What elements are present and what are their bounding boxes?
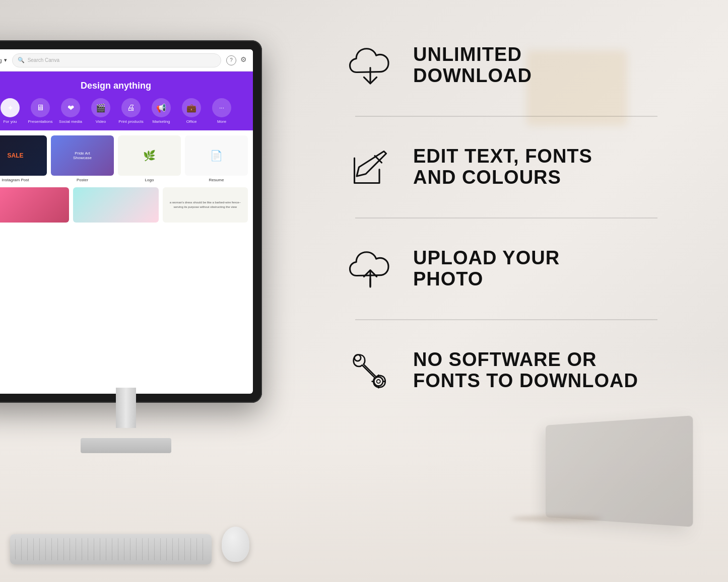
pricing-dropdown-icon: ▾ <box>4 57 7 63</box>
canva-hero: Design anything ✦ For you 🖥 Presentation… <box>0 71 253 130</box>
category-marketing[interactable]: 📢 Marketing <box>148 98 174 124</box>
resume-thumb <box>185 135 248 176</box>
category-office[interactable]: 💼 Office <box>178 98 205 124</box>
strip-pink[interactable] <box>0 187 69 223</box>
category-video[interactable]: 🎬 Video <box>88 98 114 124</box>
resume-label: Resume <box>185 178 248 182</box>
no-software-text: NO SOFTWARE OR FONTS TO DOWNLOAD <box>413 349 638 392</box>
divider-1 <box>355 116 657 117</box>
video-label: Video <box>96 119 106 124</box>
poster-thumb <box>51 135 114 176</box>
logo-label: Logo <box>118 178 181 182</box>
svg-point-10 <box>355 355 361 361</box>
canva-search-bar[interactable]: 🔍 Search Canva <box>12 53 221 67</box>
presentations-label: Presentations <box>28 119 53 124</box>
divider-3 <box>355 319 657 320</box>
print-products-icon: 🖨 <box>121 98 141 117</box>
quote-text: a woman's dress should be like a barbed-… <box>167 200 244 209</box>
category-more[interactable]: ··· More <box>209 98 235 124</box>
cloud-upload-icon <box>348 246 393 292</box>
keyboard <box>10 534 212 564</box>
edit-text-text: EDIT TEXT, FONTS AND COLOURS <box>413 146 592 188</box>
video-icon: 🎬 <box>91 98 110 117</box>
canva-header-icons: ? ⚙ <box>226 55 247 65</box>
search-placeholder: Search Canva <box>28 57 59 63</box>
svg-point-5 <box>377 380 380 383</box>
cloud-download-icon-wrap <box>345 40 395 91</box>
edit-pencil-icon-wrap <box>345 142 395 192</box>
features-panel: UNLIMITED DOWNLOAD EDIT TEXT, FONTS AND … <box>345 40 698 396</box>
social-media-label: Social media <box>59 119 82 124</box>
strip-flowers[interactable] <box>73 187 158 223</box>
social-media-icon: ❤ <box>61 98 80 117</box>
mouse <box>222 527 249 562</box>
template-grid: Instagram Post Poster Logo Resume <box>0 130 253 187</box>
laptop-shadow <box>511 516 602 522</box>
wrench-gear-icon-wrap <box>345 345 395 396</box>
print-products-label: Print products <box>118 119 143 124</box>
pricing-label: Pricing <box>0 57 2 63</box>
wrench-gear-icon <box>348 348 393 393</box>
help-icon[interactable]: ? <box>226 55 236 65</box>
feature-no-software: NO SOFTWARE OR FONTS TO DOWNLOAD <box>345 345 698 396</box>
template-logo[interactable]: Logo <box>118 135 181 182</box>
more-icon: ··· <box>212 98 231 117</box>
feature-edit-text: EDIT TEXT, FONTS AND COLOURS <box>345 142 698 192</box>
monitor-stand-base <box>81 438 171 453</box>
canva-header: Pricing ▾ 🔍 Search Canva ? ⚙ <box>0 49 253 71</box>
category-print-products[interactable]: 🖨 Print products <box>118 98 144 124</box>
logo-thumb <box>118 135 181 176</box>
monitor-stand-neck <box>116 388 136 428</box>
marketing-icon: 📢 <box>152 98 171 117</box>
category-bar: ✦ For you 🖥 Presentations ❤ Social media… <box>0 98 243 124</box>
unlimited-download-text: UNLIMITED DOWNLOAD <box>413 44 532 87</box>
for-you-icon: ✦ <box>1 98 20 117</box>
strip-text-quote[interactable]: a woman's dress should be like a barbed-… <box>163 187 248 223</box>
feature-upload-photo: UPLOAD YOUR PHOTO <box>345 244 698 294</box>
instagram-label: Instagram Post <box>0 178 47 182</box>
office-icon: 💼 <box>182 98 201 117</box>
settings-icon[interactable]: ⚙ <box>240 55 247 65</box>
svg-point-4 <box>374 377 383 386</box>
monitor: Pricing ▾ 🔍 Search Canva ? ⚙ Design anyt… <box>0 40 282 493</box>
office-label: Office <box>186 119 197 124</box>
upload-photo-text: UPLOAD YOUR PHOTO <box>413 248 560 290</box>
divider-2 <box>355 217 657 219</box>
template-instagram[interactable]: Instagram Post <box>0 135 47 182</box>
cloud-download-icon <box>348 43 393 88</box>
template-resume[interactable]: Resume <box>185 135 248 182</box>
category-social-media[interactable]: ❤ Social media <box>57 98 84 124</box>
bottom-strip: a woman's dress should be like a barbed-… <box>0 187 253 228</box>
monitor-frame: Pricing ▾ 🔍 Search Canva ? ⚙ Design anyt… <box>0 40 262 403</box>
instagram-thumb <box>0 135 47 176</box>
presentations-icon: 🖥 <box>31 98 50 117</box>
hero-title: Design anything <box>0 81 243 91</box>
monitor-screen: Pricing ▾ 🔍 Search Canva ? ⚙ Design anyt… <box>0 49 253 394</box>
canva-pricing-menu[interactable]: Pricing ▾ <box>0 57 7 63</box>
cloud-upload-icon-wrap <box>345 244 395 294</box>
more-label: More <box>217 119 226 124</box>
poster-label: Poster <box>51 178 114 182</box>
feature-unlimited-download: UNLIMITED DOWNLOAD <box>345 40 698 91</box>
marketing-label: Marketing <box>152 119 170 124</box>
edit-pencil-icon <box>348 144 393 190</box>
category-presentations[interactable]: 🖥 Presentations <box>27 98 53 124</box>
for-you-label: For you <box>3 119 17 124</box>
template-poster[interactable]: Poster <box>51 135 114 182</box>
laptop-background <box>546 415 693 527</box>
search-icon: 🔍 <box>18 57 25 63</box>
category-for-you[interactable]: ✦ For you <box>0 98 23 124</box>
